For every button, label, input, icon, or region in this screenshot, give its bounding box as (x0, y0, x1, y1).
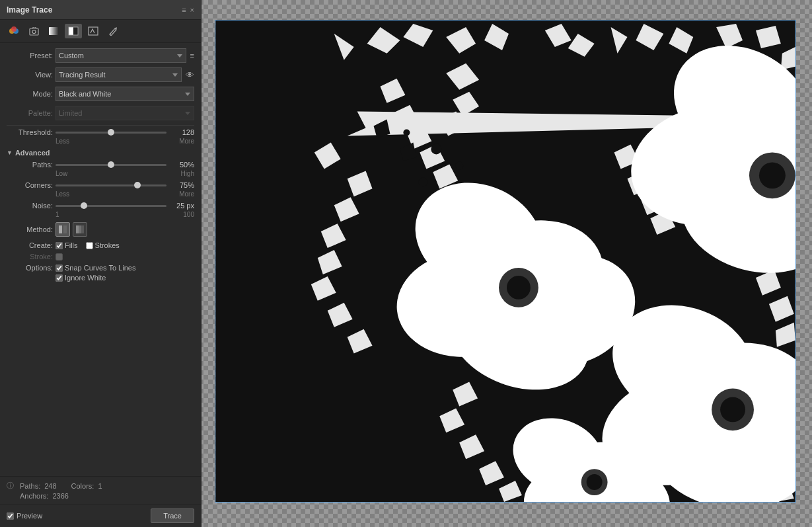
grayscale-icon-btn[interactable] (45, 24, 62, 38)
svg-point-30 (507, 276, 531, 300)
svg-point-23 (759, 162, 786, 188)
strokes-checkbox[interactable] (86, 242, 93, 249)
ignore-white-checkbox[interactable] (55, 274, 63, 282)
advanced-section-header[interactable]: ▼ Advanced (7, 149, 194, 157)
overlapping-icon (75, 225, 85, 234)
panel-title: Image Trace (7, 5, 52, 15)
svg-rect-5 (49, 27, 58, 35)
bottom-bar: Preview Trace (0, 504, 201, 527)
image-trace-panel: Image Trace ≡ × (0, 0, 202, 527)
trace-button[interactable]: Trace (151, 508, 194, 523)
preview-label[interactable]: Preview (17, 512, 42, 520)
view-row: View: Tracing Result Outlines Source Ima… (7, 67, 194, 82)
palette-label: Palette: (7, 109, 53, 117)
svg-rect-6 (69, 27, 73, 35)
corners-hint-left: Less (55, 190, 179, 198)
options-row: Options: Snap Curves To Lines Ignore Whi… (7, 264, 194, 282)
svg-point-43 (587, 474, 603, 490)
stroke-checkbox (55, 253, 63, 261)
strokes-check-item: Strokes (86, 241, 120, 249)
icon-toolbar (0, 20, 201, 43)
colors-stat-value: 1 (98, 482, 102, 490)
trace-canvas (215, 20, 796, 503)
noise-label: Noise: (7, 202, 53, 210)
stats-row-2: Anchors: 2366 (7, 492, 194, 500)
svg-rect-11 (63, 225, 67, 233)
panel-menu-icon[interactable]: ≡ (182, 6, 186, 14)
noise-hint-right: 100 (183, 211, 194, 218)
paths-slider[interactable] (55, 164, 166, 166)
view-select[interactable]: Tracing Result Outlines Source Image (55, 67, 182, 82)
paths-row: Paths: 50% (7, 161, 194, 169)
advanced-title: Advanced (15, 149, 50, 157)
corners-label: Corners: (7, 181, 53, 189)
anchors-stat-value: 2366 (52, 492, 68, 500)
fills-label[interactable]: Fills (65, 241, 78, 249)
preset-label: Preset: (7, 52, 53, 60)
svg-point-95 (455, 161, 463, 169)
snap-curves-label[interactable]: Snap Curves To Lines (65, 264, 135, 272)
colors-stat-label: Colors: (71, 482, 94, 490)
options-inner: Options: Snap Curves To Lines (7, 264, 194, 272)
stroke-label: Stroke: (7, 253, 53, 261)
paths-stat-value: 248 (44, 482, 56, 490)
svg-point-94 (403, 130, 410, 136)
photo-icon-btn[interactable] (25, 24, 42, 38)
strokes-label[interactable]: Strokes (95, 241, 120, 249)
fills-checkbox[interactable] (55, 242, 63, 249)
abutting-icon (58, 225, 67, 234)
noise-hints: 1 100 (7, 211, 194, 218)
fills-check-item: Fills (55, 241, 78, 249)
outline-icon-btn[interactable] (85, 24, 102, 38)
snap-curves-checkbox[interactable] (55, 264, 63, 272)
corners-value: 75% (169, 181, 194, 189)
paths-hint-left: Low (55, 170, 180, 177)
threshold-slider[interactable] (55, 132, 166, 134)
create-label: Create: (7, 241, 53, 249)
svg-point-4 (32, 30, 36, 33)
svg-rect-92 (215, 20, 255, 30)
pencil-icon-btn[interactable] (104, 24, 122, 38)
pencil-icon (108, 26, 118, 36)
stats-area: ⓘ Paths: 248 Colors: 1 Anchors: 2366 (0, 476, 201, 504)
panel-close-button[interactable]: × (190, 6, 194, 14)
threshold-label: Threshold: (7, 128, 53, 136)
noise-slider[interactable] (55, 205, 166, 207)
threshold-hints: Less More (7, 138, 194, 145)
corners-hint-right: More (179, 190, 194, 198)
paths-label: Paths: (7, 161, 53, 169)
corners-slider[interactable] (55, 184, 166, 186)
threshold-row: Threshold: 128 (7, 128, 194, 136)
threshold-value: 128 (169, 128, 194, 136)
ignore-white-item: Ignore White (55, 274, 189, 282)
anchors-stat-label: Anchors: (20, 492, 48, 500)
method-abutting-btn[interactable] (55, 222, 70, 237)
auto-color-icon-btn[interactable] (5, 24, 22, 38)
paths-value: 50% (169, 161, 194, 169)
preset-row: Preset: Custom Default High Fidelity Pho… (7, 48, 194, 63)
stroke-row: Stroke: (7, 253, 194, 261)
grayscale-icon (48, 26, 59, 36)
preset-menu-icon[interactable]: ≡ (190, 52, 194, 60)
corners-row: Corners: 75% (7, 181, 194, 189)
canvas-area (202, 0, 812, 527)
preset-select[interactable]: Custom Default High Fidelity Photo Low F… (55, 48, 186, 63)
preview-checkbox[interactable] (7, 512, 14, 520)
ignore-white-label[interactable]: Ignore White (65, 274, 106, 282)
svg-rect-3 (30, 28, 38, 35)
create-row: Create: Fills Strokes (7, 241, 194, 249)
paths-hint-right: High (180, 170, 194, 177)
mode-row: Mode: Black and White Color Grayscale (7, 87, 194, 101)
svg-point-37 (720, 397, 745, 422)
method-overlapping-btn[interactable] (73, 222, 87, 237)
noise-value: 25 px (169, 202, 194, 210)
paths-stat-label: Paths: (20, 482, 40, 490)
bw-icon-btn[interactable] (65, 24, 82, 38)
noise-row: Noise: 25 px (7, 202, 194, 210)
stats-row-1: ⓘ Paths: 248 Colors: 1 (7, 481, 194, 491)
mode-select[interactable]: Black and White Color Grayscale (55, 87, 194, 101)
corners-hints: Less More (7, 190, 194, 198)
svg-point-2 (11, 26, 17, 32)
snap-curves-item: Snap Curves To Lines (55, 264, 135, 272)
eye-icon[interactable]: 👁 (186, 70, 194, 80)
